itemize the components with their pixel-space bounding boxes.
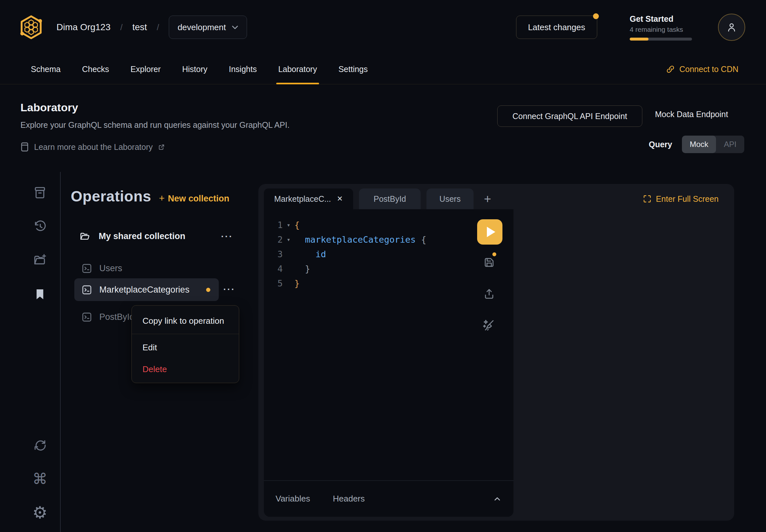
close-icon[interactable]: ✕ xyxy=(337,195,343,203)
connect-to-cdn-link[interactable]: Connect to CDN xyxy=(666,54,738,84)
operations-header: Operations + New collection xyxy=(71,187,229,205)
mode-mock[interactable]: Mock xyxy=(682,136,716,153)
sync-icon[interactable] xyxy=(32,438,47,453)
tab-explorer[interactable]: Explorer xyxy=(130,54,161,84)
operation-more-button[interactable]: ··· xyxy=(223,286,235,293)
operation-item-marketplace-categories[interactable]: MarketplaceCategories xyxy=(74,278,219,301)
external-link-icon xyxy=(158,144,165,151)
tab-schema[interactable]: Schema xyxy=(31,54,61,84)
primary-nav: Schema Checks Explorer History Insights … xyxy=(0,54,766,84)
notification-dot xyxy=(593,13,599,19)
headers-tab[interactable]: Headers xyxy=(333,494,364,504)
mode-api[interactable]: API xyxy=(716,136,744,153)
collections-archive-icon[interactable] xyxy=(32,185,47,200)
editor-tab-users[interactable]: Users xyxy=(427,188,474,209)
command-icon[interactable]: ⌘ xyxy=(32,471,47,486)
menu-item-delete[interactable]: Delete xyxy=(132,356,239,378)
code-token: { xyxy=(416,235,427,245)
menu-item-edit[interactable]: Edit xyxy=(132,334,239,356)
line-number: 2 xyxy=(264,235,283,245)
chevron-down-icon xyxy=(232,25,238,30)
new-collection-label: New collection xyxy=(168,194,229,204)
breadcrumb-org[interactable]: Dima Org123 xyxy=(56,22,111,32)
connect-to-cdn-label: Connect to CDN xyxy=(679,65,738,74)
enter-fullscreen-link[interactable]: Enter Full Screen xyxy=(643,194,719,204)
latest-changes-label: Latest changes xyxy=(528,22,585,32)
mock-data-endpoint-button[interactable]: Mock Data Endpoint xyxy=(655,110,728,119)
query-label: Query xyxy=(649,140,672,149)
menu-item-copy-link[interactable]: Copy link to operation xyxy=(132,307,239,334)
learn-more-label: Learn more about the Laboratory xyxy=(34,142,153,152)
breadcrumb-separator: / xyxy=(120,22,123,32)
fold-arrow-icon[interactable]: ▾ xyxy=(283,237,294,243)
connect-graphql-endpoint-button[interactable]: Connect GraphQL API Endpoint xyxy=(497,105,642,127)
code-lines: 1 ▾ { 2 ▾ marketplaceCategories { 3 id 4 xyxy=(264,209,514,291)
environment-dropdown[interactable]: development xyxy=(169,16,247,39)
new-collection-link[interactable]: + New collection xyxy=(159,193,229,204)
variables-tab[interactable]: Variables xyxy=(275,494,310,504)
editor-tab-post-by-id[interactable]: PostById xyxy=(359,188,421,209)
laboratory-editor-panel: MarketplaceC... ✕ PostById Users + Enter… xyxy=(258,184,734,521)
operations-title: Operations xyxy=(71,187,151,205)
code-line: 4 } xyxy=(264,261,514,276)
bookmark-icon[interactable] xyxy=(32,287,47,302)
tab-history[interactable]: History xyxy=(182,54,207,84)
operation-icon xyxy=(81,284,92,295)
collection-name: My shared collection xyxy=(99,231,185,241)
code-token: id xyxy=(294,249,326,259)
learn-more-link[interactable]: Learn more about the Laboratory xyxy=(20,142,289,152)
command-glyph: ⌘ xyxy=(32,471,47,486)
operation-item-post-by-id[interactable]: PostById xyxy=(81,307,134,327)
new-tab-button[interactable]: + xyxy=(484,193,491,205)
link-icon xyxy=(666,65,675,74)
settings-gear-icon[interactable]: ⚙ xyxy=(32,505,47,520)
code-token: } xyxy=(294,278,299,288)
latest-changes-button[interactable]: Latest changes xyxy=(516,16,597,39)
get-started-title: Get Started xyxy=(630,14,692,24)
vertical-divider xyxy=(60,172,61,532)
save-button[interactable] xyxy=(483,257,495,268)
share-icon[interactable] xyxy=(483,288,495,300)
operation-item-users[interactable]: Users xyxy=(81,258,122,279)
tab-settings[interactable]: Settings xyxy=(338,54,368,84)
operation-label: PostById xyxy=(99,312,134,322)
code-token: { xyxy=(294,220,299,230)
top-bar: Dima Org123 / test / development Latest … xyxy=(0,0,766,54)
tab-insights[interactable]: Insights xyxy=(229,54,257,84)
mode-segmented-control: Mock API xyxy=(682,136,744,153)
query-editor[interactable]: 1 ▾ { 2 ▾ marketplaceCategories { 3 id 4 xyxy=(264,209,514,517)
tab-laboratory[interactable]: Laboratory xyxy=(278,54,317,84)
enter-fullscreen-label: Enter Full Screen xyxy=(656,194,719,204)
breadcrumb-project[interactable]: test xyxy=(132,22,147,32)
run-query-button[interactable] xyxy=(477,219,503,245)
user-avatar[interactable] xyxy=(718,14,745,41)
plus-icon: + xyxy=(159,193,165,204)
gear-glyph: ⚙ xyxy=(32,505,48,520)
page-description: Explore your GraphQL schema and run quer… xyxy=(20,120,289,130)
unsaved-changes-dot xyxy=(206,288,210,292)
line-number: 3 xyxy=(264,249,283,259)
get-started-subtitle: 4 remaining tasks xyxy=(630,26,692,33)
code-line: 2 ▾ marketplaceCategories { xyxy=(264,232,514,247)
page-title: Laboratory xyxy=(20,101,289,114)
hive-logo-icon[interactable] xyxy=(19,15,43,40)
collection-row[interactable]: My shared collection ··· xyxy=(79,231,233,242)
editor-tab-marketplace[interactable]: MarketplaceC... ✕ xyxy=(264,188,353,209)
prettify-broom-icon[interactable] xyxy=(482,319,495,332)
folder-open-icon xyxy=(79,231,90,242)
collection-more-button[interactable]: ··· xyxy=(221,233,233,240)
environment-value: development xyxy=(177,22,226,32)
tab-checks[interactable]: Checks xyxy=(82,54,109,84)
book-icon xyxy=(20,142,29,152)
editor-tab-label: PostById xyxy=(373,194,406,204)
get-started-widget[interactable]: Get Started 4 remaining tasks xyxy=(630,14,692,41)
code-line: 3 id xyxy=(264,247,514,261)
fold-arrow-icon[interactable]: ▾ xyxy=(283,222,294,228)
response-area xyxy=(514,209,734,517)
code-line: 1 ▾ { xyxy=(264,218,514,232)
chevron-up-icon[interactable] xyxy=(493,494,502,503)
history-icon[interactable] xyxy=(32,219,47,234)
query-mode-toggle: Query Mock API xyxy=(649,136,744,153)
editor-tab-strip: MarketplaceC... ✕ PostById Users + Enter… xyxy=(264,188,719,209)
folder-plus-icon[interactable] xyxy=(32,253,47,268)
